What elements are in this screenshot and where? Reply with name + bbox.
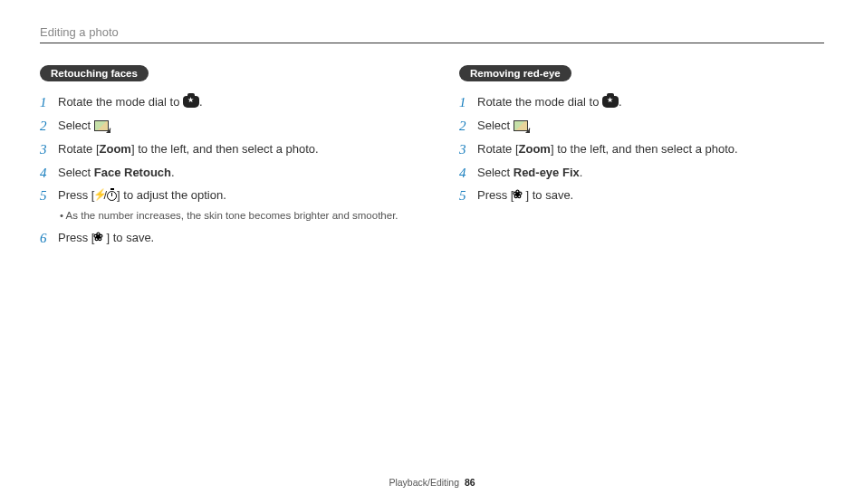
section-heading: Removing red-eye	[459, 65, 571, 81]
step-4: Select Face Retouch.	[40, 165, 405, 182]
option-label: Face Retouch	[94, 166, 171, 179]
step-text: Rotate [	[58, 142, 100, 156]
page-number: 86	[465, 477, 475, 488]
zoom-label: Zoom	[519, 142, 551, 156]
step-text: Rotate [	[477, 142, 519, 156]
edit-photo-icon	[94, 120, 109, 131]
step-text: Select	[58, 166, 94, 179]
mode-dial-icon	[183, 96, 199, 108]
step-note: As the number increases, the skin tone b…	[67, 208, 405, 223]
step-5: Press [] to save.	[459, 187, 824, 204]
mode-dial-icon	[602, 96, 619, 108]
zoom-label: Zoom	[100, 142, 131, 156]
macro-icon	[94, 232, 106, 243]
step-text: .	[619, 95, 622, 109]
page-title: Editing a photo	[40, 25, 824, 43]
step-text: ] to the left, and then select a photo.	[551, 142, 738, 156]
step-text: Rotate the mode dial to	[58, 95, 183, 109]
step-text: Press [	[58, 231, 94, 244]
step-text: ] to save.	[106, 231, 154, 244]
step-text: Select	[477, 119, 514, 132]
step-6: Press [] to save.	[40, 230, 405, 247]
step-2: Select .	[40, 118, 405, 135]
step-1: Rotate the mode dial to .	[459, 94, 824, 111]
step-2: Select .	[459, 118, 824, 135]
footer-section: Playback/Editing	[389, 477, 459, 488]
step-1: Rotate the mode dial to .	[40, 94, 405, 111]
step-text: Press [	[58, 188, 94, 202]
step-text: ] to save.	[525, 188, 573, 202]
step-text: ] to the left, and then select a photo.	[131, 142, 319, 156]
step-text: .	[580, 166, 583, 179]
section-retouching-faces: Retouching faces Rotate the mode dial to…	[40, 65, 405, 253]
flash-icon	[94, 189, 103, 201]
step-text: Rotate the mode dial to	[477, 95, 602, 109]
step-3: Rotate [Zoom] to the left, and then sele…	[40, 141, 405, 158]
steps-list: Rotate the mode dial to . Select . Rotat…	[40, 94, 405, 247]
step-text: Press [	[477, 188, 514, 202]
step-text: .	[171, 166, 175, 179]
step-5: Press [/] to adjust the option. As the n…	[40, 187, 405, 223]
step-note-list: As the number increases, the skin tone b…	[58, 208, 405, 223]
macro-icon	[514, 189, 525, 201]
content-columns: Retouching faces Rotate the mode dial to…	[40, 65, 824, 253]
section-heading: Retouching faces	[40, 65, 149, 81]
edit-photo-icon	[514, 120, 528, 131]
timer-icon	[107, 191, 117, 201]
page-footer: Playback/Editing 86	[0, 477, 864, 488]
section-removing-red-eye: Removing red-eye Rotate the mode dial to…	[459, 65, 824, 253]
steps-list: Rotate the mode dial to . Select . Rotat…	[459, 94, 824, 204]
step-text: ] to adjust the option.	[117, 188, 226, 202]
step-text: Select	[58, 119, 94, 132]
step-text: Select	[477, 166, 514, 179]
step-text: .	[199, 95, 203, 109]
step-4: Select Red-eye Fix.	[459, 165, 824, 182]
option-label: Red-eye Fix	[514, 166, 580, 179]
step-3: Rotate [Zoom] to the left, and then sele…	[459, 141, 824, 158]
